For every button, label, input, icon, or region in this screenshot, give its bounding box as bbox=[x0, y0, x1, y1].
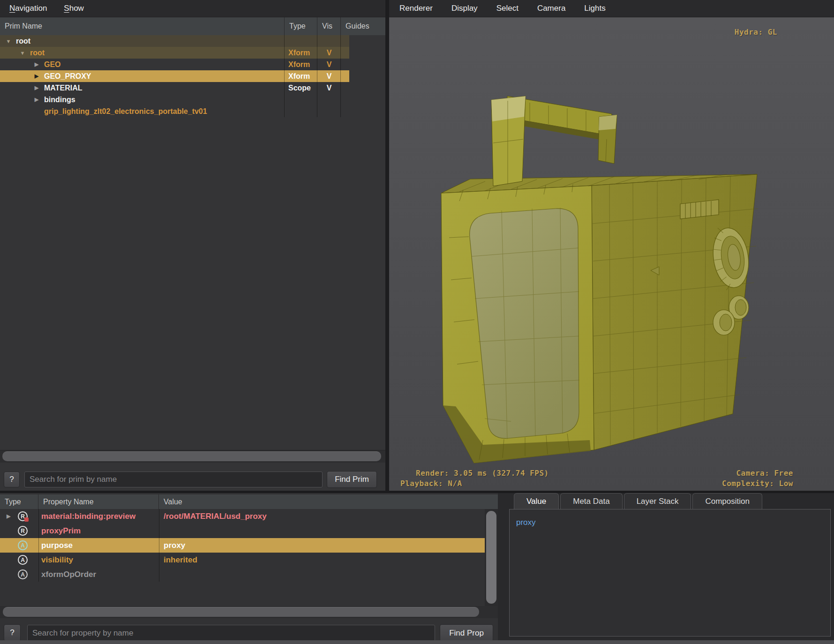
attribute-icon: A bbox=[18, 540, 28, 550]
prim-tree-hscrollbar[interactable] bbox=[0, 450, 385, 463]
value-tabbar: Value Meta Data Layer Stack Composition bbox=[514, 493, 764, 509]
vis-toggle[interactable]: V bbox=[317, 84, 341, 92]
tree-row-material[interactable]: ▶ MATERIAL Scope V bbox=[0, 82, 349, 94]
hud-camera: Camera: Free bbox=[736, 469, 793, 478]
tree-row-bindings[interactable]: ▶ bindings bbox=[0, 94, 349, 105]
property-vscrollbar[interactable] bbox=[485, 509, 498, 606]
tab-meta-data[interactable]: Meta Data bbox=[560, 493, 622, 509]
prim-tree-header: Prim Name Type Vis Guides bbox=[0, 17, 385, 35]
relationship-icon: R bbox=[18, 526, 28, 536]
custom-badge-icon bbox=[24, 517, 29, 522]
prop-row-proxyprim[interactable]: R proxyPrim bbox=[0, 524, 485, 538]
menu-show[interactable]: Show bbox=[64, 4, 84, 13]
prop-search-input[interactable] bbox=[27, 625, 435, 641]
property-pane: Type Property Name Value ▶ R material:bi… bbox=[0, 493, 498, 644]
vis-toggle[interactable]: V bbox=[317, 49, 341, 57]
gl-canvas[interactable]: Hydra: GL Render: 3.05 ms (327.74 FPS) P… bbox=[389, 17, 834, 491]
tab-value[interactable]: Value bbox=[514, 493, 559, 509]
attribute-icon: A bbox=[18, 555, 28, 565]
find-prop-button[interactable]: Find Prop bbox=[440, 624, 493, 642]
find-prim-button[interactable]: Find Prim bbox=[327, 471, 377, 488]
col-header-prop-value[interactable]: Value bbox=[159, 494, 498, 509]
property-header: Type Property Name Value bbox=[0, 494, 498, 509]
value-content-box: proxy bbox=[509, 509, 831, 637]
tree-row-geo[interactable]: ▶ GEO Xform V bbox=[0, 59, 349, 70]
attribute-icon: A bbox=[18, 569, 28, 579]
menu-display[interactable]: Display bbox=[451, 4, 478, 13]
tree-row-grip-lighting[interactable]: grip_lighting_zlt02_electronics_portable… bbox=[0, 105, 349, 117]
hud-render-time: Render: 3.05 ms (327.74 FPS) bbox=[416, 469, 549, 478]
prim-browser-pane: Navigation Show Prim Name Type Vis Guide… bbox=[0, 0, 385, 491]
hud-complexity: Complexity: Low bbox=[722, 479, 793, 488]
window-bottom-strip bbox=[0, 640, 834, 644]
prop-search-help-button[interactable]: ? bbox=[4, 624, 21, 641]
value-content-text: proxy bbox=[516, 518, 536, 527]
prop-row-purpose-selected[interactable]: A purpose proxy bbox=[0, 538, 485, 553]
value-viewer-pane: Value Meta Data Layer Stack Composition … bbox=[505, 493, 834, 644]
relationship-icon: R bbox=[18, 511, 28, 521]
prop-row-xformoporder[interactable]: A xformOpOrder bbox=[0, 567, 485, 582]
tree-row-root[interactable]: ▼ root bbox=[0, 35, 349, 47]
expander-icon[interactable]: ▶ bbox=[33, 61, 40, 67]
hud-playback: Playback: N/A bbox=[400, 479, 462, 488]
prim-search-help-button[interactable]: ? bbox=[4, 472, 20, 487]
tree-row-geo-proxy-selected[interactable]: ▶ GEO_PROXY Xform V bbox=[0, 70, 349, 82]
vertical-splitter[interactable] bbox=[385, 0, 389, 491]
menu-camera[interactable]: Camera bbox=[537, 4, 565, 13]
tree-row-root-child[interactable]: ▼ root Xform V bbox=[0, 47, 349, 59]
tab-composition[interactable]: Composition bbox=[692, 493, 762, 509]
col-header-type[interactable]: Type bbox=[285, 17, 317, 35]
hud-renderer-label: Hydra: GL bbox=[735, 28, 777, 37]
col-header-vis[interactable]: Vis bbox=[317, 17, 341, 35]
prop-row-visibility[interactable]: A visibility inherited bbox=[0, 553, 485, 567]
menu-renderer[interactable]: Renderer bbox=[399, 4, 433, 13]
viewport-pane: Renderer Display Select Camera Lights bbox=[389, 0, 834, 491]
menu-lights[interactable]: Lights bbox=[584, 4, 605, 13]
expander-icon[interactable]: ▼ bbox=[5, 38, 12, 44]
vis-toggle[interactable]: V bbox=[317, 72, 341, 81]
col-header-guides[interactable]: Guides bbox=[341, 17, 385, 35]
viewport-menubar: Renderer Display Select Camera Lights bbox=[389, 0, 834, 17]
3d-model-portable-tv bbox=[389, 17, 834, 491]
scrollbar-thumb[interactable] bbox=[2, 451, 381, 461]
expander-icon[interactable]: ▶ bbox=[33, 85, 40, 91]
property-table: ▶ R material:binding:preview /root/MATER… bbox=[0, 509, 485, 582]
expander-icon[interactable]: ▶ bbox=[7, 513, 10, 519]
prop-row-material-binding[interactable]: ▶ R material:binding:preview /root/MATER… bbox=[0, 509, 485, 524]
prim-search-input[interactable] bbox=[24, 472, 323, 487]
expander-icon[interactable]: ▶ bbox=[33, 73, 40, 79]
menu-navigation[interactable]: Navigation bbox=[9, 4, 47, 13]
expander-icon[interactable]: ▶ bbox=[33, 97, 40, 103]
prim-menubar: Navigation Show bbox=[0, 0, 385, 17]
col-header-prim-name[interactable]: Prim Name bbox=[0, 17, 285, 35]
col-header-prop-type[interactable]: Type bbox=[0, 494, 38, 509]
col-header-prop-name[interactable]: Property Name bbox=[38, 494, 159, 509]
prim-tree: ▼ root ▼ root Xform V ▶ GEO Xform V ▶ GE… bbox=[0, 35, 385, 117]
menu-select[interactable]: Select bbox=[496, 4, 518, 13]
expander-icon[interactable]: ▼ bbox=[19, 50, 26, 56]
scrollbar-thumb[interactable] bbox=[486, 511, 496, 604]
usdview-window: Navigation Show Prim Name Type Vis Guide… bbox=[0, 0, 834, 644]
tab-layer-stack[interactable]: Layer Stack bbox=[624, 493, 691, 509]
property-hscrollbar[interactable] bbox=[0, 606, 498, 618]
vis-toggle[interactable]: V bbox=[317, 60, 341, 69]
scrollbar-thumb[interactable] bbox=[3, 607, 479, 617]
